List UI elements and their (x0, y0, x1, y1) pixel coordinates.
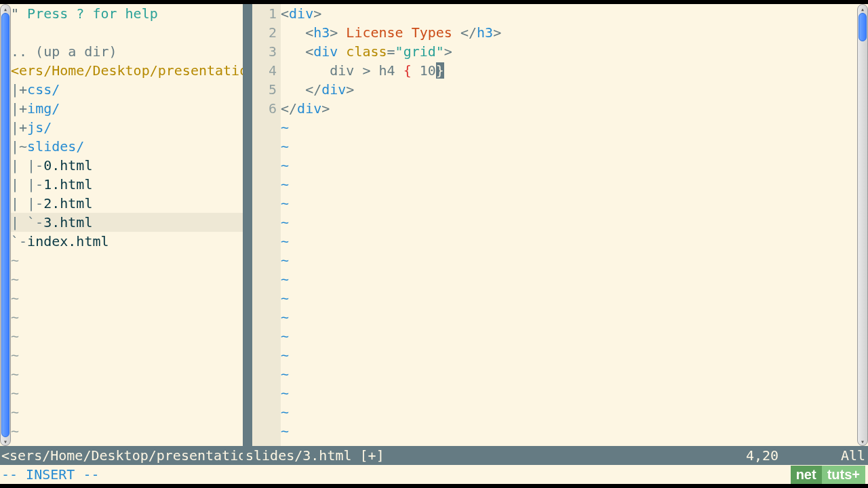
empty-line: ~ (281, 346, 857, 365)
gutter-empty (252, 384, 277, 403)
watermark-net: net (791, 466, 822, 484)
gutter-empty (252, 213, 277, 232)
empty-line: ~ (281, 251, 857, 270)
gutter-empty (252, 365, 277, 384)
workspace: ▴ ▾ " Press ? for help .. (up a dir)<ers… (0, 4, 868, 446)
scroll-up-icon[interactable]: ▴ (858, 5, 867, 13)
empty-line: ~ (281, 289, 857, 308)
empty-line: ~ (281, 308, 857, 327)
tree-empty-line: ~ (11, 384, 243, 403)
line-number: 6 (252, 99, 277, 118)
tree-item-3html[interactable]: | `-3.html (11, 213, 243, 232)
tree-item-2html[interactable]: | |-2.html (11, 194, 243, 213)
tree-help: " Press ? for help (11, 4, 243, 23)
empty-line: ~ (281, 213, 857, 232)
tree-item-indexhtml[interactable]: `-index.html (11, 232, 243, 251)
empty-line: ~ (281, 422, 857, 441)
empty-line: ~ (281, 137, 857, 156)
watermark-logo: net tuts+ (791, 466, 865, 484)
tree-empty-line: ~ (11, 251, 243, 270)
scrollbar-right[interactable]: ▴ ▾ (857, 4, 868, 446)
status-file-name: slides/3.html [+] (243, 446, 746, 465)
tree-item-slides[interactable]: |~slides/ (11, 137, 243, 156)
status-tree-path: <sers/Home/Desktop/presentation (0, 446, 243, 465)
empty-line: ~ (281, 365, 857, 384)
mode-indicator: -- INSERT -- (1, 466, 100, 483)
gutter-empty (252, 251, 277, 270)
file-tree-pane[interactable]: " Press ? for help .. (up a dir)<ers/Hom… (11, 4, 243, 446)
empty-line: ~ (281, 156, 857, 175)
gutter-empty (252, 118, 277, 137)
code-line-6[interactable]: </div> (281, 99, 857, 118)
tree-empty-line: ~ (11, 270, 243, 289)
gutter-empty (252, 346, 277, 365)
gutter-empty (252, 289, 277, 308)
command-line[interactable]: -- INSERT -- (0, 465, 868, 484)
scroll-thumb[interactable] (1, 13, 9, 437)
line-number: 1 (252, 4, 277, 23)
status-cursor-pos: 4,20 (746, 446, 834, 465)
empty-line: ~ (281, 403, 857, 422)
gutter-empty (252, 137, 277, 156)
scrollbar-left[interactable]: ▴ ▾ (0, 4, 11, 446)
tree-empty-line: ~ (11, 327, 243, 346)
empty-line: ~ (281, 327, 857, 346)
gutter-empty (252, 308, 277, 327)
gutter-empty (252, 194, 277, 213)
tree-empty-line: ~ (11, 308, 243, 327)
code-line-2[interactable]: <h3> License Types </h3> (281, 23, 857, 42)
tree-item-css[interactable]: |+css/ (11, 80, 243, 99)
split-divider[interactable] (243, 4, 252, 446)
code-area[interactable]: <div> <h3> License Types </h3> <div clas… (281, 4, 857, 446)
line-number-gutter: 123456 (252, 4, 281, 446)
tree-root-path[interactable]: <ers/Home/Desktop/presentation/ (11, 61, 243, 80)
scroll-down-icon[interactable]: ▾ (858, 437, 867, 445)
empty-line: ~ (281, 270, 857, 289)
tree-item-img[interactable]: |+img/ (11, 99, 243, 118)
empty-line: ~ (281, 175, 857, 194)
gutter-empty (252, 327, 277, 346)
empty-line: ~ (281, 194, 857, 213)
line-number: 2 (252, 23, 277, 42)
gutter-empty (252, 422, 277, 441)
line-number: 5 (252, 80, 277, 99)
gutter-empty (252, 270, 277, 289)
scroll-down-icon[interactable]: ▾ (1, 437, 10, 445)
tree-empty-line: ~ (11, 365, 243, 384)
status-scroll-pct: All (834, 446, 868, 465)
tree-item-1html[interactable]: | |-1.html (11, 175, 243, 194)
tree-empty-line: ~ (11, 346, 243, 365)
tree-blank (11, 23, 243, 42)
line-number: 3 (252, 42, 277, 61)
status-line: <sers/Home/Desktop/presentation slides/3… (0, 446, 868, 465)
empty-line: ~ (281, 118, 857, 137)
gutter-empty (252, 403, 277, 422)
gutter-empty (252, 175, 277, 194)
line-number: 4 (252, 61, 277, 80)
tree-empty-line: ~ (11, 403, 243, 422)
code-line-1[interactable]: <div> (281, 4, 857, 23)
tree-item-0html[interactable]: | |-0.html (11, 156, 243, 175)
tree-empty-line: ~ (11, 289, 243, 308)
code-line-3[interactable]: <div class="grid"> (281, 42, 857, 61)
tree-empty-line: ~ (11, 422, 243, 441)
gutter-empty (252, 156, 277, 175)
editor-frame: ▴ ▾ " Press ? for help .. (up a dir)<ers… (0, 4, 868, 484)
scroll-up-icon[interactable]: ▴ (1, 5, 10, 13)
gutter-empty (252, 232, 277, 251)
empty-line: ~ (281, 384, 857, 403)
code-line-4[interactable]: div > h4 { 10} (281, 61, 857, 80)
empty-line: ~ (281, 232, 857, 251)
tree-up-dir[interactable]: .. (up a dir) (11, 42, 243, 61)
tree-item-js[interactable]: |+js/ (11, 118, 243, 137)
watermark-tuts: tuts+ (822, 466, 865, 484)
code-line-5[interactable]: </div> (281, 80, 857, 99)
editor-pane[interactable]: 123456 <div> <h3> License Types </h3> <d… (252, 4, 857, 446)
